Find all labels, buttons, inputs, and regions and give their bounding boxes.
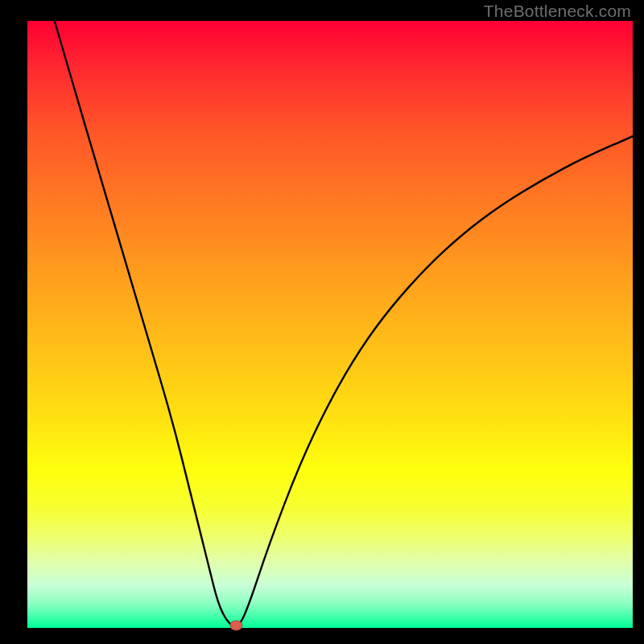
chart-svg [0,0,644,644]
bottleneck-curve [55,21,633,625]
minimum-marker [230,621,242,630]
chart-frame: TheBottleneck.com [0,0,644,644]
